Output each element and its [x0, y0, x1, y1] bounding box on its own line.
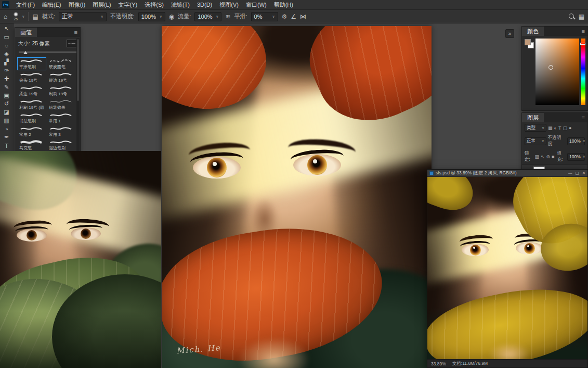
- stroke-preview-button[interactable]: [67, 40, 77, 47]
- brush-size-value[interactable]: 25 像素: [32, 40, 50, 47]
- opacity-select[interactable]: 100% ∨: [138, 12, 165, 21]
- menu-layer[interactable]: 图层(L): [89, 0, 114, 9]
- menu-help[interactable]: 帮助(H): [270, 0, 297, 9]
- type-tool[interactable]: T: [1, 142, 12, 149]
- close-icon[interactable]: ✕: [582, 171, 585, 175]
- workspace-switcher-icon[interactable]: ▦: [579, 14, 584, 20]
- filter-adjustment-icon[interactable]: ◐: [554, 125, 557, 131]
- move-tool[interactable]: ↖: [1, 25, 12, 33]
- brush-preset-1[interactable]: 硬炭圆笔: [47, 57, 76, 70]
- filter-shape-icon[interactable]: ▢: [563, 125, 567, 131]
- lasso-tool[interactable]: ◌: [1, 42, 12, 49]
- tab-layers[interactable]: 图层: [522, 113, 544, 122]
- brush-size-slider[interactable]: [19, 49, 76, 55]
- blur-tool[interactable]: ◔: [1, 125, 12, 133]
- layer-filter-select[interactable]: 类型 ∨: [525, 124, 546, 132]
- brush-preset-13[interactable]: 湿边笔刷: [47, 138, 76, 151]
- brush-angle-icon[interactable]: ∠: [291, 14, 296, 20]
- brush-preset-5[interactable]: 利刷 19号: [47, 84, 76, 97]
- minimize-icon[interactable]: —: [568, 171, 572, 175]
- reference-photo[interactable]: [0, 151, 161, 368]
- menu-select[interactable]: 选择(S): [141, 0, 167, 9]
- panel-menu-icon[interactable]: ≡: [579, 27, 587, 36]
- tab-brushes[interactable]: 画笔: [15, 28, 37, 37]
- saturation-brightness-field[interactable]: [535, 39, 579, 105]
- menu-window[interactable]: 窗口(W): [242, 0, 270, 9]
- brush-preset-9[interactable]: 常用 1: [47, 111, 76, 124]
- marquee-tool[interactable]: ▭: [1, 33, 12, 41]
- brush-preset-0[interactable]: 平涂笔刷: [17, 57, 46, 70]
- smoothing-select[interactable]: 0% ∨: [251, 12, 278, 21]
- zoom-level[interactable]: 33.89%: [431, 361, 446, 366]
- filter-pixel-icon[interactable]: ▦: [548, 125, 553, 131]
- brush-preset-7[interactable]: 铅笔效果: [47, 98, 76, 111]
- menu-edit[interactable]: 编辑(E): [38, 0, 65, 9]
- panel-menu-icon[interactable]: ≡: [72, 28, 80, 37]
- pen-tool[interactable]: ✒: [1, 133, 12, 141]
- pressure-opacity-icon[interactable]: ◉: [169, 14, 174, 20]
- brush-tool[interactable]: ✎: [1, 83, 12, 91]
- panel-menu-icon[interactable]: ≡: [579, 113, 587, 122]
- photo-left-eye: [17, 229, 47, 242]
- layer-fill-select[interactable]: 100% ∨: [567, 153, 585, 161]
- gradient-tool[interactable]: ▥: [1, 117, 12, 124]
- brush-preset-3[interactable]: 硬边 19号: [47, 71, 76, 84]
- color-cursor[interactable]: [548, 65, 553, 70]
- scrollbar[interactable]: [76, 38, 80, 151]
- brush-preset-4[interactable]: 柔边 19号: [17, 84, 46, 97]
- foreground-background-swatches[interactable]: [525, 39, 534, 48]
- home-icon[interactable]: ⌂: [4, 14, 7, 20]
- tab-color[interactable]: 颜色: [522, 27, 544, 36]
- flow-select[interactable]: 100% ∨: [194, 12, 221, 21]
- lock-artboard-icon[interactable]: ⊕: [546, 154, 551, 159]
- maximize-icon[interactable]: ▢: [576, 171, 579, 175]
- photoshop-logo-icon[interactable]: Ps: [2, 1, 9, 8]
- layer-filter-value: 类型: [527, 125, 535, 131]
- lock-all-icon[interactable]: ■: [552, 154, 554, 159]
- blend-mode-value: 正常: [62, 12, 73, 20]
- brush-settings-toggle-icon[interactable]: ▤: [32, 14, 38, 20]
- crop-tool[interactable]: ▞: [1, 58, 12, 66]
- menu-image[interactable]: 图像(I): [65, 0, 89, 9]
- lock-transparent-icon[interactable]: ▨: [534, 154, 539, 159]
- quick-select-tool[interactable]: ◈: [1, 50, 12, 58]
- eyedropper-tool[interactable]: ✑: [1, 67, 12, 74]
- brush-preset-picker[interactable]: 25 ∨: [11, 12, 24, 21]
- brush-preset-2[interactable]: 尖头 19号: [17, 71, 46, 84]
- color-panel: 颜色 ≡: [521, 26, 588, 111]
- filter-type-icon[interactable]: T: [558, 125, 561, 131]
- brush-preset-8[interactable]: 书法笔刷: [17, 111, 46, 124]
- layer-opacity-select[interactable]: 100% ∨: [567, 137, 585, 145]
- hue-cursor[interactable]: [580, 43, 585, 45]
- filter-smart-icon[interactable]: ●: [569, 125, 571, 131]
- brush-preset-6[interactable]: 利刷 19号 (圆...: [17, 98, 46, 111]
- blend-mode-select[interactable]: 正常 ∨: [59, 12, 107, 21]
- slider-thumb[interactable]: [23, 51, 28, 54]
- lock-position-icon[interactable]: ↖: [541, 154, 545, 159]
- menu-file[interactable]: 文件(F): [12, 0, 38, 9]
- floating-window-titlebar[interactable]: sfs.psd @ 33.89% (图层 2 拷贝, RGB/8#) — ▢ ✕: [427, 170, 587, 177]
- floating-document-canvas[interactable]: [427, 177, 587, 359]
- clone-stamp-tool[interactable]: ▣: [1, 92, 12, 99]
- menu-3d[interactable]: 3D(D): [193, 0, 216, 9]
- search-icon[interactable]: [568, 13, 575, 20]
- brush-preset-11[interactable]: 常用 3: [47, 125, 76, 138]
- history-brush-tool[interactable]: ↺: [1, 100, 12, 108]
- menu-view[interactable]: 视图(V): [216, 0, 242, 9]
- menu-filter[interactable]: 滤镜(T): [167, 0, 193, 9]
- layer-blend-select[interactable]: 正常 ∨: [525, 137, 546, 145]
- scrollbar-thumb[interactable]: [77, 39, 79, 101]
- smoothing-gear-icon[interactable]: ⚙: [282, 14, 288, 20]
- document-canvas[interactable]: Mich. He: [162, 26, 432, 368]
- collapse-panels-button[interactable]: »: [505, 29, 514, 38]
- menu-type[interactable]: 文字(Y): [115, 0, 141, 9]
- airbrush-icon[interactable]: ≋: [225, 14, 230, 20]
- layer-opacity-value: 100%: [569, 138, 581, 144]
- brush-preset-12[interactable]: 马克笔: [17, 138, 46, 151]
- eraser-tool[interactable]: ◪: [1, 108, 12, 116]
- symmetry-icon[interactable]: ⋈: [300, 14, 306, 20]
- foreground-color-swatch[interactable]: [525, 39, 531, 45]
- healing-tool[interactable]: ✚: [1, 75, 12, 83]
- brush-preset-10[interactable]: 常用 2: [17, 125, 46, 138]
- hue-slider[interactable]: [581, 39, 585, 105]
